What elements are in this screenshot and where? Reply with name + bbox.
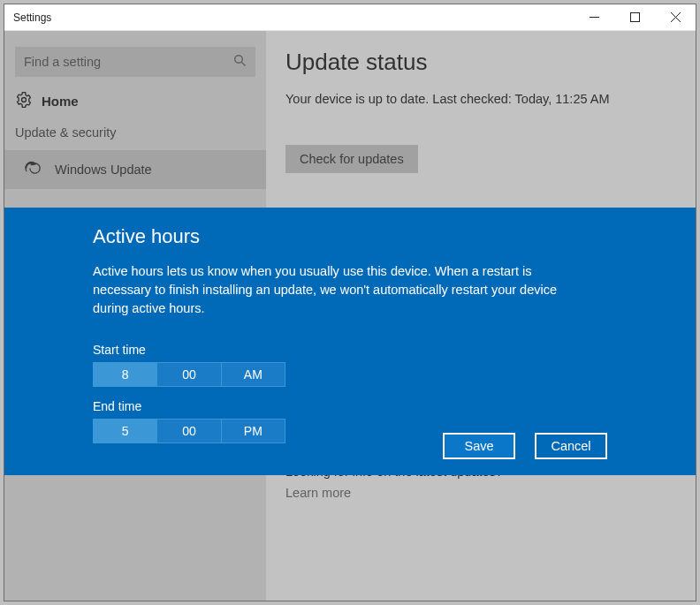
svg-rect-1 bbox=[630, 13, 639, 22]
start-ampm[interactable]: AM bbox=[222, 363, 285, 386]
content-area: Find a setting Home Update & security bbox=[4, 31, 696, 601]
settings-window: Settings Find a setting bbox=[4, 4, 696, 601]
end-time-label: End time bbox=[93, 399, 696, 413]
end-minute[interactable]: 00 bbox=[157, 420, 221, 442]
start-time-label: Start time bbox=[93, 343, 696, 357]
dialog-title: Active hours bbox=[93, 225, 696, 248]
cancel-button[interactable]: Cancel bbox=[535, 433, 607, 459]
close-button[interactable] bbox=[655, 4, 696, 31]
save-button[interactable]: Save bbox=[443, 433, 515, 459]
dialog-body: Active hours lets us know when you usual… bbox=[93, 262, 588, 318]
dialog-buttons: Save Cancel bbox=[443, 433, 607, 459]
maximize-button[interactable] bbox=[614, 4, 655, 31]
titlebar: Settings bbox=[4, 4, 696, 31]
window-title: Settings bbox=[4, 11, 574, 24]
end-ampm[interactable]: PM bbox=[222, 420, 285, 442]
start-hour[interactable]: 8 bbox=[94, 363, 157, 386]
end-time-picker[interactable]: 5 00 PM bbox=[93, 419, 285, 443]
start-time-picker[interactable]: 8 00 AM bbox=[93, 362, 285, 387]
end-hour[interactable]: 5 bbox=[94, 420, 157, 442]
minimize-button[interactable] bbox=[574, 4, 614, 31]
active-hours-dialog: Active hours Active hours lets us know w… bbox=[4, 208, 696, 475]
start-minute[interactable]: 00 bbox=[157, 363, 221, 386]
